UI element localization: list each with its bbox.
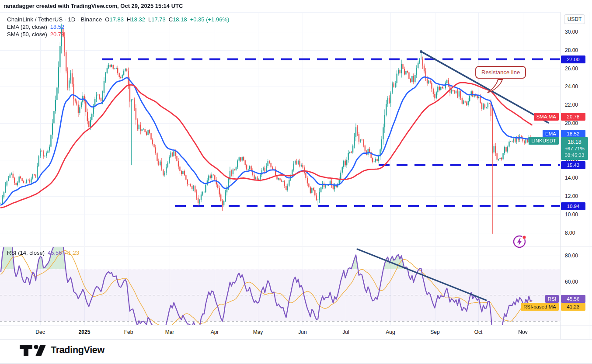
rsi-tick-label: 80.00 (565, 253, 578, 259)
tradingview-logo-text: TradingView (51, 345, 104, 356)
price-tick-label: 20.00 (565, 120, 578, 126)
time-axis-label: Nov (518, 329, 527, 335)
symbol-axis-tag: LINKUSDT (529, 137, 559, 145)
price-tick-label: 26.00 (565, 66, 578, 72)
rsi-axis-tag: RSI (545, 295, 559, 303)
sma-axis-tag: SMA:MA (534, 113, 559, 121)
sma-axis-value: 20.78 (561, 113, 585, 121)
sma-legend-label: SMA (50, close) (7, 31, 47, 38)
rsi-tick-label: 60.00 (565, 279, 578, 285)
rsi-ma-legend-value: 41.23 (65, 250, 80, 256)
price-tick-label: 14.00 (565, 175, 578, 181)
time-axis-label: 2025 (79, 329, 91, 335)
callout-tail (482, 79, 508, 95)
rsi-legend-label: RSI (14, close) (7, 250, 45, 256)
level-27-label: 27.00 (561, 55, 585, 63)
time-axis-label: Dec (35, 329, 45, 335)
rsi-ma-axis-tag: RSI-based MA (521, 303, 559, 311)
tradingview-logo[interactable]: TradingView (19, 343, 104, 357)
sma-legend-row[interactable]: SMA (50, close) 20.78 (7, 31, 64, 38)
price-rsi-chart-canvas[interactable] (0, 0, 560, 339)
pane-divider[interactable] (0, 246, 592, 246)
price-tick-label: 12.00 (565, 193, 578, 199)
level-10-label: 10.94 (561, 202, 585, 210)
ema-legend-label: EMA (20, close) (7, 24, 47, 30)
price-tick-label: 24.00 (565, 83, 578, 90)
symbol-title: ChainLink / TetherUS · 1D · Binance (7, 16, 102, 23)
time-axis-label: Jun (298, 329, 306, 335)
time-axis-label: Aug (386, 329, 395, 335)
tradingview-logo-icon (19, 343, 46, 357)
price-tick-label: 22.00 (565, 102, 578, 108)
time-axis-label: Oct (474, 329, 483, 335)
rsi-legend-value: 45.56 (48, 250, 62, 256)
ema-axis-value: 18.52 (561, 130, 585, 138)
sma-legend-value: 20.78 (50, 31, 65, 38)
symbol-legend-row[interactable]: ChainLink / TetherUS · 1D · Binance O17.… (7, 16, 229, 23)
ohlc-change: +0.35 (+1.96%) (190, 16, 230, 23)
price-tick-label: 10.00 (565, 211, 578, 218)
footer-separator (0, 339, 592, 340)
rsi-ma-axis-value: 41.23 (561, 303, 585, 311)
time-axis-label: May (253, 329, 263, 335)
time-axis[interactable]: Dec2025FebMarAprMayJunJulAugSepOctNov (0, 326, 560, 339)
time-axis-label: Jul (342, 329, 349, 335)
rsi-axis-value: 45.56 (561, 295, 585, 303)
chart-top-hairline (0, 12, 560, 13)
price-tick-label: 28.00 (565, 47, 578, 53)
price-tick-label: 30.00 (565, 29, 578, 35)
resistance-line-callout[interactable]: Resistance line (475, 66, 526, 79)
time-axis-label: Mar (165, 329, 174, 335)
ohlc-high: H18.32 (127, 16, 145, 23)
level-15-label: 15.43 (561, 161, 585, 169)
price-tick-label: 8.00 (565, 230, 575, 236)
ema-legend-row[interactable]: EMA (20, close) 18.52 (7, 24, 64, 30)
page-bottom-border (0, 363, 592, 364)
bar-countdown: 08:45:33 (561, 152, 588, 159)
tradingview-chart-page: ranadagger created with TradingView.com,… (0, 0, 592, 364)
ohlc-low: L17.73 (148, 16, 166, 23)
axis-inner-hairline (589, 12, 589, 339)
ohlc-open: O17.83 (105, 16, 124, 23)
rsi-legend-row[interactable]: RSI (14, close) 45.56 41.23 (7, 250, 79, 256)
time-axis-label: Apr (211, 329, 219, 335)
last-price-block: 18.18 +67.71% 08:45:33 (561, 137, 588, 160)
flash-icon[interactable] (512, 233, 527, 249)
attribution-text: ranadagger created with TradingView.com,… (3, 3, 183, 9)
change-percent: +67.71% (561, 146, 588, 152)
time-axis-label: Sep (430, 329, 439, 335)
currency-toggle-button[interactable]: USDT (564, 14, 585, 24)
last-price-value: 18.18 (561, 139, 588, 146)
time-axis-label: Feb (124, 329, 133, 335)
ema-legend-value: 18.52 (50, 24, 65, 30)
ohlc-close: C18.18 (169, 16, 187, 23)
